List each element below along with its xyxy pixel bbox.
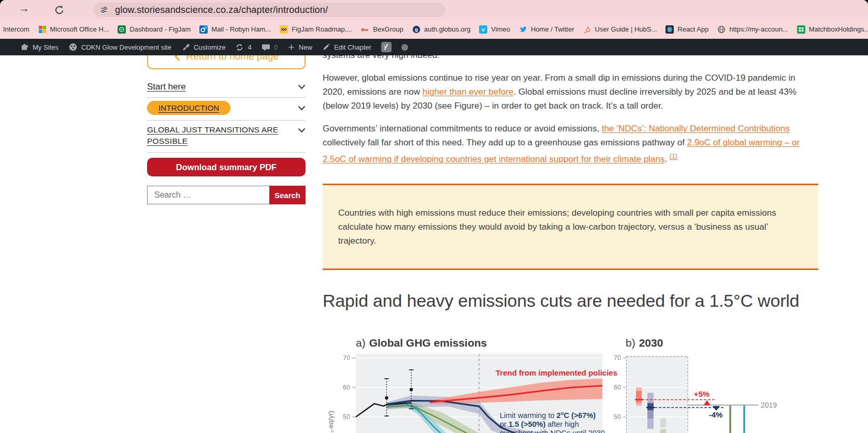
customize-label: Customize <box>194 43 225 51</box>
admin-comments[interactable]: 0 <box>262 43 278 52</box>
bookmark-label: Vimeo <box>491 25 510 33</box>
admin-yoast-seo[interactable] <box>381 42 392 52</box>
hubspot-icon <box>583 25 591 34</box>
admin-updates[interactable]: 4 <box>235 43 251 52</box>
microsoft-icon <box>38 25 47 34</box>
chart-b-title: b)2030 <box>626 337 663 349</box>
chevron-down-icon[interactable] <box>298 128 306 133</box>
callout-box: Countries with high emissions must reduc… <box>323 184 818 270</box>
bookmark-my-account[interactable]: https://my-accoun... <box>717 25 788 34</box>
bookmark-outlook-mail[interactable]: Mail - Robyn Ham... <box>199 25 271 34</box>
sidebar-item-global-just-transitions[interactable]: GLOBAL JUST TRANSITIONS ARE POSSIBLE <box>147 124 306 147</box>
admin-edit-chapter[interactable]: Edit Chapter <box>322 43 371 51</box>
limit-label-line3: overshoot with NDCs until 2030 <box>500 429 605 433</box>
svg-text:50: 50 <box>343 413 350 421</box>
bookmark-intercom[interactable]: Intercom <box>3 25 30 33</box>
bookmark-microsoft-office[interactable]: Microsoft Office H... <box>38 25 109 34</box>
chevron-down-icon[interactable] <box>298 106 306 111</box>
bookmark-react-app[interactable]: React App <box>666 25 708 34</box>
dashboard-icon <box>118 25 126 34</box>
chart-a-title: a)Global GHG emissions <box>356 337 487 349</box>
bookmark-matchbox-holdings[interactable]: MatchboxHoldings... <box>797 25 868 34</box>
reference-2019-label: 2019 <box>761 401 777 409</box>
svg-text:60: 60 <box>343 384 350 391</box>
bookmark-hubspot[interactable]: User Guide | HubS... <box>583 25 657 34</box>
footnote-link-1[interactable]: (1) <box>670 153 677 160</box>
react-icon <box>666 25 674 34</box>
svg-text:Bex: Bex <box>361 27 369 32</box>
sidebar-item-introduction[interactable]: INTRODUCTION <box>147 101 306 115</box>
sidebar-item-start-here[interactable]: Start here <box>147 82 306 92</box>
bookmarks-bar: Intercom Microsoft Office H... Dashboard… <box>0 20 868 39</box>
sidebar-item-label: GLOBAL JUST TRANSITIONS ARE POSSIBLE <box>147 124 279 147</box>
admin-status-indicator[interactable] <box>401 44 408 51</box>
svg-text:50: 50 <box>614 413 621 421</box>
sheets-icon <box>797 25 805 34</box>
chapter-sidebar: Return to home page Start here INTRODUCT… <box>147 43 306 204</box>
bookmark-dashboard-figjam[interactable]: Dashboard - FigJam <box>118 25 191 34</box>
admin-my-sites[interactable]: My Sites <box>20 42 59 52</box>
chart-b-plot-area <box>627 356 688 433</box>
callout-text: Countries with high emissions must reduc… <box>338 206 803 248</box>
vimeo-icon: v <box>479 25 487 34</box>
section-heading: Rapid and heavy emissions cuts are neede… <box>323 289 818 312</box>
bex-icon: Bex <box>361 25 369 34</box>
sidebar-item-label: INTRODUCTION <box>158 103 219 112</box>
minus4-label: -4% <box>709 410 723 419</box>
status-dot-icon <box>401 44 408 51</box>
emissions-figure: a)Global GHG emissions 70 60 50 40 (GtCO… <box>323 328 818 433</box>
bookmark-label: Mail - Robyn Ham... <box>211 25 271 33</box>
limit-label-line2: or 1.5 (>50%) after high <box>500 420 579 428</box>
bookmark-label: FigJam Roadmap,... <box>292 25 352 33</box>
bookmark-label: auth.globus.org <box>424 25 471 33</box>
bookmark-figjam-roadmap[interactable]: FigJam Roadmap,... <box>280 25 352 34</box>
chevron-down-icon[interactable] <box>298 84 306 89</box>
admin-new[interactable]: New <box>287 43 312 51</box>
chart-a-ytick-labels: 70 60 50 40 <box>343 354 350 433</box>
paragraph-emissions-rise: However, global emissions continue to ri… <box>323 71 818 113</box>
bookmark-label: https://my-accoun... <box>729 25 788 33</box>
errorbar-2015-median <box>385 396 388 399</box>
site-settings-icon[interactable] <box>100 6 108 14</box>
plus5-arrow-icon <box>704 400 711 405</box>
edit-chapter-label: Edit Chapter <box>334 43 371 51</box>
search-button[interactable]: Search <box>269 186 306 204</box>
svg-text:70: 70 <box>614 354 621 362</box>
bookmark-label: Microsoft Office H... <box>50 25 109 33</box>
link-ndcs[interactable]: the ‘NDCs’: Nationally Determined Contri… <box>602 124 790 133</box>
updates-count: 4 <box>248 43 251 51</box>
chart-a-ticks <box>352 358 356 433</box>
globe-icon <box>717 25 726 34</box>
address-bar[interactable]: glow.storiesandscience.co.za/chapter/int… <box>93 3 445 17</box>
comments-count: 0 <box>274 43 278 51</box>
sidebar-divider <box>147 120 306 121</box>
bookmark-label: User Guide | HubS... <box>595 25 657 33</box>
sidebar-divider <box>147 152 306 153</box>
admin-site-name[interactable]: CDKN Glow Development site <box>68 42 171 52</box>
edit-pencil-icon <box>322 43 330 51</box>
paragraph-text: Governments’ international commitments t… <box>323 124 602 133</box>
limit-label-line1: Limit warming to 2°C (>67%) <box>500 411 596 420</box>
link-higher-than-ever[interactable]: higher than ever before <box>423 87 514 97</box>
search-input[interactable] <box>147 186 269 204</box>
figjam-icon <box>280 25 288 34</box>
yoast-icon <box>381 42 392 52</box>
download-summary-pdf-button[interactable]: Download summary PDF <box>147 158 306 176</box>
comments-icon <box>262 43 270 52</box>
plus-icon <box>287 43 295 51</box>
customize-brush-icon <box>181 43 190 52</box>
site-icon <box>68 42 78 52</box>
forward-button[interactable]: → <box>19 2 30 14</box>
bookmark-label: BexGroup <box>373 25 403 33</box>
bookmark-twitter[interactable]: Home / Twitter <box>519 25 574 34</box>
svg-text:70: 70 <box>343 354 350 362</box>
bookmark-bexgroup[interactable]: Bex BexGroup <box>361 25 403 34</box>
reload-button[interactable] <box>53 4 65 18</box>
twitter-icon <box>519 25 527 34</box>
reload-icon <box>53 4 65 16</box>
outlook-icon <box>199 25 208 34</box>
admin-customize[interactable]: Customize <box>181 43 225 52</box>
bookmark-globus[interactable]: g auth.globus.org <box>412 25 471 34</box>
updates-icon <box>235 43 244 52</box>
bookmark-vimeo[interactable]: v Vimeo <box>479 25 510 34</box>
